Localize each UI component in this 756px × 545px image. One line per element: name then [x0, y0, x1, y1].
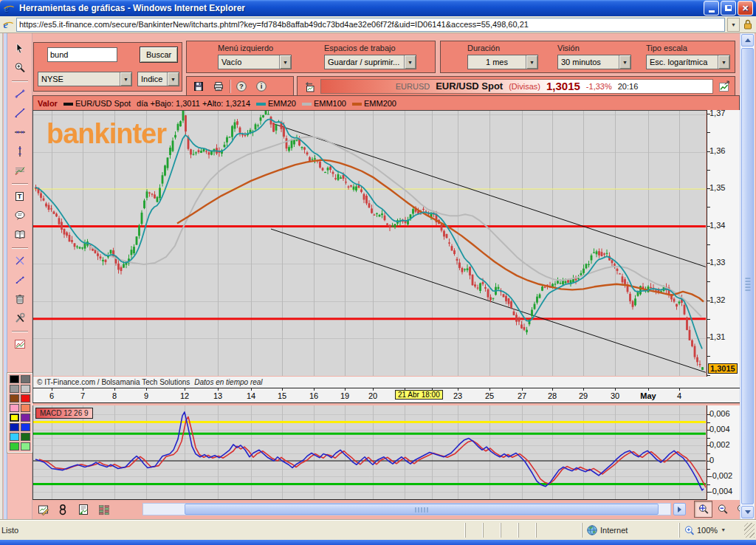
previous-chart-button[interactable]: [300, 78, 317, 95]
vision-label: Visión: [557, 44, 580, 52]
chevron-down-icon: ▼: [721, 527, 726, 532]
palette-color-7[interactable]: [21, 404, 30, 412]
category-select[interactable]: Indice ▼: [137, 72, 179, 86]
vertical-scrollbar[interactable]: [740, 33, 755, 519]
quote-panel: EURUSD EUR/USD Spot (Divisas) 1,3015 -1,…: [297, 76, 735, 96]
title-bar[interactable]: e Herramientas de gráficas - Windows Int…: [0, 0, 756, 16]
help-button[interactable]: ?: [233, 78, 250, 95]
palette-color-2[interactable]: [10, 385, 19, 393]
save-button[interactable]: [190, 78, 207, 95]
menu-left-select[interactable]: Vacío ▼: [218, 55, 292, 69]
open-chart-button[interactable]: [716, 78, 732, 95]
date-tick-label: 25: [485, 391, 494, 400]
pointer-tool-icon[interactable]: [10, 40, 30, 58]
price-tick-label: 1,32: [709, 295, 725, 304]
scroll-right-button[interactable]: [673, 503, 686, 515]
emm20-swatch: [256, 103, 266, 106]
address-bar: e https://es5.it-finance.com/secure/Bank…: [0, 16, 756, 33]
chart-edit-icon[interactable]: [35, 501, 52, 518]
segment-tool-icon[interactable]: [10, 85, 30, 103]
palette-color-11[interactable]: [21, 423, 30, 431]
zoom-fit-button[interactable]: [694, 501, 712, 518]
duration-select[interactable]: 1 mes ▼: [467, 55, 538, 69]
palette-color-10[interactable]: [10, 423, 19, 431]
palette-color-0[interactable]: [10, 375, 19, 383]
resize-grip[interactable]: [744, 523, 755, 538]
palette-color-14[interactable]: [10, 442, 19, 450]
macd-chart-area[interactable]: MACD 12 26 9: [32, 405, 707, 500]
legend-emm100: EMM100: [302, 99, 346, 108]
date-tick-label: 27: [518, 391, 526, 400]
url-dropdown-button[interactable]: ▼: [727, 18, 740, 32]
horizontal-scrollbar[interactable]: [142, 503, 671, 515]
realtime-text: Datos en tiempo real: [194, 378, 262, 386]
scroll-up-button[interactable]: [741, 34, 754, 47]
chart-report-icon[interactable]: [75, 501, 92, 518]
notes-tool-icon[interactable]: [10, 226, 30, 244]
chevron-down-icon: ▼: [526, 55, 537, 69]
date-tick-label: May: [640, 391, 656, 400]
left-splitter[interactable]: [0, 33, 7, 519]
palette-color-3[interactable]: [21, 385, 30, 393]
palette-color-8[interactable]: [10, 414, 19, 422]
url-field[interactable]: https://es5.it-finance.com/secure/Bankin…: [16, 18, 725, 32]
trash-tool-icon[interactable]: [10, 290, 30, 308]
extend-line-tool-icon[interactable]: [10, 271, 30, 289]
horizontal-scrollbar-thumb[interactable]: [185, 504, 659, 515]
print-button[interactable]: [210, 78, 227, 95]
zoom-level-panel[interactable]: 100% ▼: [679, 523, 744, 538]
trendline-tool-icon[interactable]: [10, 104, 30, 122]
toolbar-separator: [12, 183, 28, 184]
vision-select[interactable]: 30 minutos ▼: [557, 55, 631, 69]
search-input[interactable]: [47, 47, 117, 62]
instrument-swatch: [63, 103, 73, 106]
chart-table-icon[interactable]: [96, 501, 112, 518]
legend-emm20: EMM20: [256, 99, 296, 108]
price-chart-area[interactable]: bankinter: [32, 110, 707, 377]
search-button[interactable]: Buscar: [140, 47, 178, 63]
price-chart-canvas[interactable]: [33, 111, 706, 376]
scroll-down-button[interactable]: [741, 506, 754, 518]
zoom-out-button[interactable]: [713, 501, 732, 518]
text-tool-icon[interactable]: T: [10, 188, 30, 205]
fibonacci-tool-icon[interactable]: [10, 162, 30, 179]
copyright-text: © IT-Finance.com / Bolsamania Tech Solut…: [37, 378, 190, 386]
scale-type-select[interactable]: Esc. logarítmica ▼: [646, 55, 730, 69]
macd-tick-label: 0: [709, 456, 714, 465]
palette-color-12[interactable]: [10, 433, 19, 441]
palette-color-15[interactable]: [21, 442, 30, 450]
search-panel: Buscar NYSE ▼ Indice ▼: [33, 42, 182, 92]
info-button[interactable]: i: [252, 78, 270, 95]
restore-button[interactable]: [721, 1, 736, 16]
chart-style-tool-icon[interactable]: [10, 335, 30, 353]
macd-label: MACD 12 26 9: [35, 408, 93, 419]
palette-color-9[interactable]: [21, 414, 30, 422]
workspaces-select[interactable]: Guardar / suprimir... ▼: [324, 55, 416, 69]
date-tick-label: 29: [579, 391, 588, 400]
link-charts-icon[interactable]: [55, 501, 71, 518]
settings-tool-icon[interactable]: [10, 309, 30, 327]
duration-label: Duración: [467, 44, 500, 52]
date-tick-label: 7: [80, 391, 85, 400]
macd-chart-canvas[interactable]: [33, 405, 706, 499]
palette-color-1[interactable]: [21, 375, 30, 383]
date-tick-label: 8: [112, 391, 117, 400]
vertical-line-tool-icon[interactable]: [10, 143, 30, 160]
exchange-select[interactable]: NYSE ▼: [38, 72, 132, 86]
emm200-swatch: [352, 103, 362, 106]
palette-color-6[interactable]: [10, 404, 19, 412]
close-button[interactable]: ✕: [738, 1, 753, 16]
minimize-button[interactable]: [704, 1, 719, 16]
color-palette: [7, 373, 32, 453]
delete-line-tool-icon[interactable]: [10, 252, 30, 270]
quote-bar: EURUSD EUR/USD Spot (Divisas) 1,3015 -1,…: [320, 79, 713, 94]
chevron-down-icon: ▼: [279, 55, 291, 69]
macd-tick-label: -0,004: [709, 487, 732, 496]
horizontal-line-tool-icon[interactable]: [10, 123, 30, 141]
vertical-scrollbar-thumb[interactable]: [741, 48, 754, 504]
zoom-tool-icon[interactable]: [10, 59, 30, 77]
comment-tool-icon[interactable]: [10, 207, 30, 224]
palette-color-5[interactable]: [21, 394, 30, 402]
palette-color-13[interactable]: [21, 433, 30, 441]
palette-color-4[interactable]: [10, 394, 19, 402]
